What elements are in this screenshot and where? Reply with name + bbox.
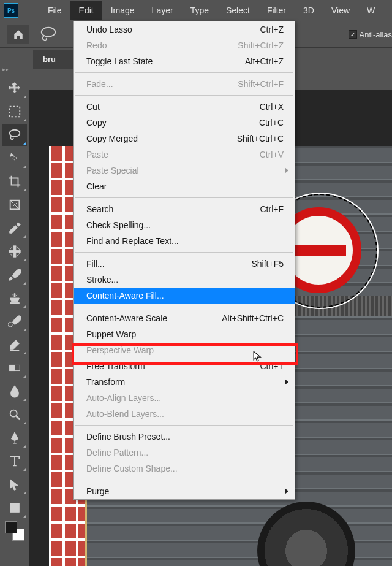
marquee-tool[interactable] — [2, 101, 27, 123]
menu-file[interactable]: File — [39, 1, 70, 20]
menuitem-label: Free Transform — [86, 361, 145, 371]
frame-tool[interactable] — [2, 194, 27, 216]
menuitem-label: Copy — [86, 118, 107, 128]
lasso-tool[interactable] — [2, 124, 27, 146]
menu-separator — [75, 72, 293, 73]
anti-alias-label: Anti-alias — [360, 30, 392, 39]
shape-tool[interactable] — [2, 497, 27, 519]
clone-stamp-tool-icon — [8, 291, 21, 305]
menu-layer[interactable]: Layer — [143, 1, 182, 20]
menu-item-define-brush-preset[interactable]: Define Brush Preset... — [74, 429, 295, 445]
svg-point-3 — [13, 156, 17, 160]
menu-separator — [75, 95, 293, 96]
menuitem-label: Search — [86, 204, 113, 214]
tool-flyout-indicator-icon — [23, 375, 26, 378]
menu-item-paste: PasteCtrl+V — [74, 147, 295, 163]
menuitem-label: Puppet Warp — [86, 329, 136, 339]
menuitem-label: Content-Aware Scale — [86, 313, 167, 323]
menu-edit[interactable]: Edit — [70, 1, 102, 20]
menuitem-label: Redo — [86, 40, 107, 50]
menu-item-copy-merged[interactable]: Copy MergedShift+Ctrl+C — [74, 131, 295, 147]
crop-tool-icon — [8, 175, 21, 188]
menuitem-label: Check Spelling... — [86, 220, 151, 230]
clone-stamp-tool[interactable] — [2, 287, 27, 309]
toolbox — [0, 75, 29, 541]
dodge-tool-icon — [8, 408, 21, 421]
type-tool[interactable] — [2, 450, 27, 472]
menu-item-purge[interactable]: Purge — [74, 483, 295, 499]
dodge-tool[interactable] — [2, 403, 27, 426]
menu-image[interactable]: Image — [102, 1, 143, 20]
menu-item-fill[interactable]: Fill...Shift+F5 — [74, 256, 295, 272]
gradient-tool-icon — [8, 361, 21, 375]
move-tool[interactable] — [2, 77, 27, 99]
foreground-color-swatch[interactable] — [5, 521, 17, 533]
menuitem-label: Copy Merged — [86, 134, 138, 143]
menu-item-puppet-warp[interactable]: Puppet Warp — [74, 326, 295, 342]
app-logo[interactable]: Ps — [4, 3, 18, 18]
menubar: Ps FileEditImageLayerTypeSelectFilter3DV… — [0, 0, 392, 21]
menu-item-toggle-last-state[interactable]: Toggle Last StateAlt+Ctrl+Z — [74, 53, 295, 69]
menu-3d[interactable]: 3D — [295, 1, 323, 20]
menu-w[interactable]: W — [358, 1, 383, 20]
menu-view[interactable]: View — [323, 1, 358, 20]
menu-item-undo-lasso[interactable]: Undo LassoCtrl+Z — [74, 21, 295, 37]
menu-item-transform[interactable]: Transform — [74, 374, 295, 390]
menuitem-label: Auto-Align Layers... — [86, 393, 161, 403]
home-button[interactable] — [7, 25, 29, 44]
pen-tool-icon — [8, 431, 21, 445]
menu-item-free-transform[interactable]: Free TransformCtrl+T — [74, 358, 295, 374]
svg-point-10 — [10, 410, 17, 417]
anti-alias-checkbox[interactable]: ✓ Anti-alias — [349, 30, 392, 39]
eyedropper-tool[interactable] — [2, 217, 27, 239]
menuitem-shortcut: Ctrl+T — [260, 361, 284, 371]
pen-tool[interactable] — [2, 427, 27, 449]
panel-expand-handle[interactable]: ▸▸ — [0, 64, 11, 75]
tool-flyout-indicator-icon — [23, 492, 26, 494]
menu-item-clear[interactable]: Clear — [74, 178, 295, 194]
gradient-tool[interactable] — [2, 357, 27, 379]
menuitem-label: Fill... — [86, 259, 105, 269]
menuitem-shortcut: Ctrl+X — [260, 102, 284, 112]
menu-item-copy[interactable]: CopyCtrl+C — [74, 115, 295, 131]
path-select-tool-icon — [8, 478, 21, 491]
menuitem-shortcut: Ctrl+F — [260, 204, 284, 214]
menu-item-find-and-replace-text[interactable]: Find and Replace Text... — [74, 233, 295, 249]
menu-item-search[interactable]: SearchCtrl+F — [74, 201, 295, 217]
menu-item-stroke[interactable]: Stroke... — [74, 272, 295, 288]
blur-tool[interactable] — [2, 380, 27, 402]
menu-separator — [75, 197, 293, 198]
brush-tool[interactable] — [2, 264, 27, 286]
menuitem-label: Paste Special — [86, 166, 139, 175]
svg-rect-1 — [10, 107, 20, 117]
menu-item-content-aware-fill[interactable]: Content-Aware Fill... — [74, 288, 295, 304]
menuitem-label: Perspective Warp — [86, 345, 154, 355]
submenu-arrow-icon — [285, 488, 288, 494]
menu-select[interactable]: Select — [217, 1, 258, 20]
frame-tool-icon — [8, 198, 21, 212]
eraser-tool[interactable] — [2, 334, 27, 356]
path-select-tool[interactable] — [2, 473, 27, 495]
quick-select-tool[interactable] — [2, 147, 27, 169]
menu-item-auto-align-layers: Auto-Align Layers... — [74, 390, 295, 406]
healing-brush-tool[interactable] — [2, 240, 27, 262]
menuitem-shortcut: Ctrl+C — [259, 118, 284, 128]
crop-tool[interactable] — [2, 170, 27, 193]
menu-item-check-spelling[interactable]: Check Spelling... — [74, 217, 295, 233]
menuitem-label: Purge — [86, 486, 109, 496]
color-swatches[interactable] — [5, 521, 24, 541]
menu-filter[interactable]: Filter — [258, 1, 295, 20]
history-brush-tool[interactable] — [2, 310, 27, 332]
quick-select-tool-icon — [8, 151, 21, 165]
menuitem-label: Undo Lasso — [86, 25, 132, 34]
tool-flyout-indicator-icon — [23, 119, 26, 121]
edit-menu-dropdown: Undo LassoCtrl+ZRedoShift+Ctrl+ZToggle L… — [74, 21, 295, 500]
menuitem-shortcut: Shift+F5 — [251, 259, 284, 269]
blur-tool-icon — [8, 384, 21, 398]
menu-item-content-aware-scale[interactable]: Content-Aware ScaleAlt+Shift+Ctrl+C — [74, 310, 295, 326]
menuitem-shortcut: Alt+Ctrl+Z — [245, 56, 284, 66]
menuitem-shortcut: Alt+Shift+Ctrl+C — [222, 313, 284, 323]
menuitem-label: Fade... — [86, 79, 113, 89]
menu-type[interactable]: Type — [182, 1, 217, 20]
menu-item-cut[interactable]: CutCtrl+X — [74, 99, 295, 115]
